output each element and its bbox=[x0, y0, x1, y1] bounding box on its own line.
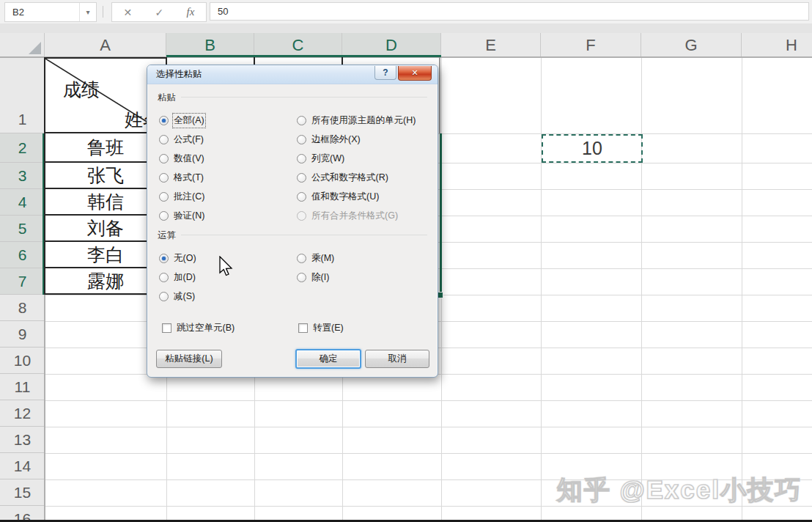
radio-comments[interactable]: 批注(C) bbox=[159, 187, 204, 206]
radio-button-icon bbox=[159, 254, 169, 263]
row-header-6[interactable]: 6 bbox=[0, 242, 45, 268]
radio-button-icon bbox=[159, 116, 169, 125]
gridline-vertical bbox=[541, 57, 542, 522]
name-box[interactable]: B2 ▾ bbox=[4, 2, 97, 22]
copied-cell-F2[interactable]: 10 bbox=[542, 134, 643, 163]
insert-function-icon[interactable]: fx bbox=[187, 6, 195, 18]
row-header-8[interactable]: 8 bbox=[0, 295, 45, 321]
close-icon: ✕ bbox=[411, 68, 418, 78]
column-header-D[interactable]: D bbox=[342, 33, 441, 57]
radio-label: 数值(V) bbox=[174, 152, 204, 165]
radio-all-using-source-theme[interactable]: 所有使用源主题的单元(H) bbox=[297, 111, 416, 130]
selected-columns-underline bbox=[166, 55, 441, 57]
select-all-corner[interactable] bbox=[0, 33, 45, 57]
row-header-14[interactable]: 14 bbox=[0, 453, 45, 479]
row-header-12[interactable]: 12 bbox=[0, 400, 45, 427]
radio-divide[interactable]: 除(I) bbox=[297, 268, 334, 287]
checkbox-transpose[interactable]: 转置(E) bbox=[298, 322, 344, 334]
paste-group-separator bbox=[181, 97, 427, 98]
radio-button-icon bbox=[297, 116, 306, 125]
column-header-G[interactable]: G bbox=[641, 33, 742, 57]
radio-label: 验证(N) bbox=[174, 210, 204, 222]
radio-multiply[interactable]: 乘(M) bbox=[297, 249, 334, 268]
gridline-vertical bbox=[742, 57, 742, 522]
selection-right-border bbox=[440, 133, 442, 294]
cancel-icon[interactable]: ✕ bbox=[124, 7, 133, 18]
formula-bar: B2 ▾ ✕ ✓ fx 50 bbox=[0, 0, 812, 23]
radio-button-icon bbox=[297, 135, 306, 144]
row-header-11[interactable]: 11 bbox=[0, 374, 45, 400]
row-header-10[interactable]: 10 bbox=[0, 348, 45, 374]
radio-label: 所有使用源主题的单元(H) bbox=[311, 114, 416, 127]
radio-formulas-and-number-formats[interactable]: 公式和数字格式(R) bbox=[297, 168, 416, 187]
radio-values[interactable]: 数值(V) bbox=[159, 149, 204, 168]
row-header-2[interactable]: 2 bbox=[0, 133, 45, 163]
paste-link-button[interactable]: 粘贴链接(L) bbox=[156, 350, 222, 368]
radio-label: 边框除外(X) bbox=[311, 133, 361, 146]
radio-none[interactable]: 无(O) bbox=[159, 249, 196, 268]
radio-all[interactable]: 全部(A) bbox=[159, 111, 204, 130]
help-button[interactable]: ? bbox=[374, 66, 396, 80]
row-header-3[interactable]: 3 bbox=[0, 163, 45, 189]
radio-column-widths[interactable]: 列宽(W) bbox=[297, 149, 416, 168]
radio-label: 无(O) bbox=[174, 252, 196, 265]
column-header-A[interactable]: A bbox=[45, 33, 166, 57]
row-header-4[interactable]: 4 bbox=[0, 189, 45, 216]
column-header-H[interactable]: H bbox=[742, 33, 812, 57]
radio-label: 格式(T) bbox=[174, 172, 204, 184]
row-header-7[interactable]: 7 bbox=[0, 268, 45, 295]
column-header-F[interactable]: F bbox=[541, 33, 641, 57]
radio-label: 公式(F) bbox=[174, 133, 204, 146]
column-header-E[interactable]: E bbox=[441, 33, 541, 57]
row-header-9[interactable]: 9 bbox=[0, 321, 45, 348]
radio-label: 加(D) bbox=[174, 271, 196, 284]
checkbox-skip-blanks[interactable]: 跳过空单元(B) bbox=[162, 322, 235, 334]
paste-options-right: 所有使用源主题的单元(H)边框除外(X)列宽(W)公式和数字格式(R)值和数字格… bbox=[297, 111, 416, 225]
column-header-B[interactable]: B bbox=[166, 33, 254, 57]
checkbox-label: 跳过空单元(B) bbox=[177, 322, 235, 334]
radio-all-merging-conditional-formats: 所有合并条件格式(G) bbox=[297, 206, 416, 225]
operation-options-left: 无(O)加(D)减(S) bbox=[159, 249, 196, 306]
radio-validation[interactable]: 验证(N) bbox=[159, 206, 204, 225]
radio-all-except-borders[interactable]: 边框除外(X) bbox=[297, 130, 416, 149]
row-header-16[interactable]: 16 bbox=[0, 506, 45, 522]
close-button[interactable]: ✕ bbox=[398, 66, 432, 81]
ok-button[interactable]: 确定 bbox=[295, 349, 361, 369]
radio-button-icon bbox=[159, 211, 169, 221]
row-header-5[interactable]: 5 bbox=[0, 216, 45, 242]
radio-values-and-number-formats[interactable]: 值和数字格式(U) bbox=[297, 187, 416, 206]
name-box-dropdown-icon[interactable]: ▾ bbox=[79, 3, 96, 21]
operation-group-label: 运算 bbox=[158, 229, 180, 242]
column-header-C[interactable]: C bbox=[254, 33, 342, 57]
radio-label: 值和数字格式(U) bbox=[311, 191, 379, 203]
checkbox-icon bbox=[298, 323, 308, 333]
formula-bar-divider bbox=[103, 6, 103, 18]
radio-button-icon bbox=[159, 135, 169, 144]
help-icon: ? bbox=[383, 67, 388, 78]
radio-button-icon bbox=[297, 192, 306, 202]
radio-button-icon bbox=[159, 154, 169, 163]
enter-icon[interactable]: ✓ bbox=[155, 7, 164, 18]
cancel-button[interactable]: 取消 bbox=[365, 350, 429, 368]
radio-button-icon bbox=[159, 192, 169, 202]
gridline-horizontal bbox=[45, 400, 812, 401]
paste-group-label: 粘贴 bbox=[158, 92, 180, 104]
copied-cell-value: 10 bbox=[582, 138, 602, 159]
corner-label-scores: 成绩 bbox=[63, 78, 100, 102]
row-header-1[interactable]: 1 bbox=[0, 57, 45, 133]
gridline-horizontal bbox=[45, 427, 812, 427]
radio-subtract[interactable]: 减(S) bbox=[159, 287, 196, 306]
radio-formats[interactable]: 格式(T) bbox=[159, 168, 204, 187]
gridline-horizontal bbox=[45, 453, 812, 454]
formula-buttons: ✕ ✓ fx bbox=[111, 2, 207, 22]
radio-button-icon bbox=[297, 211, 306, 221]
radio-formulas[interactable]: 公式(F) bbox=[159, 130, 204, 149]
row-header-13[interactable]: 13 bbox=[0, 427, 45, 453]
formula-input[interactable]: 50 bbox=[210, 2, 809, 21]
radio-button-icon bbox=[297, 273, 306, 282]
row-header-15[interactable]: 15 bbox=[0, 479, 45, 506]
radio-add[interactable]: 加(D) bbox=[159, 268, 196, 287]
radio-label: 乘(M) bbox=[311, 252, 334, 265]
toolbar-gap bbox=[0, 23, 812, 33]
gridline-vertical bbox=[641, 57, 642, 522]
